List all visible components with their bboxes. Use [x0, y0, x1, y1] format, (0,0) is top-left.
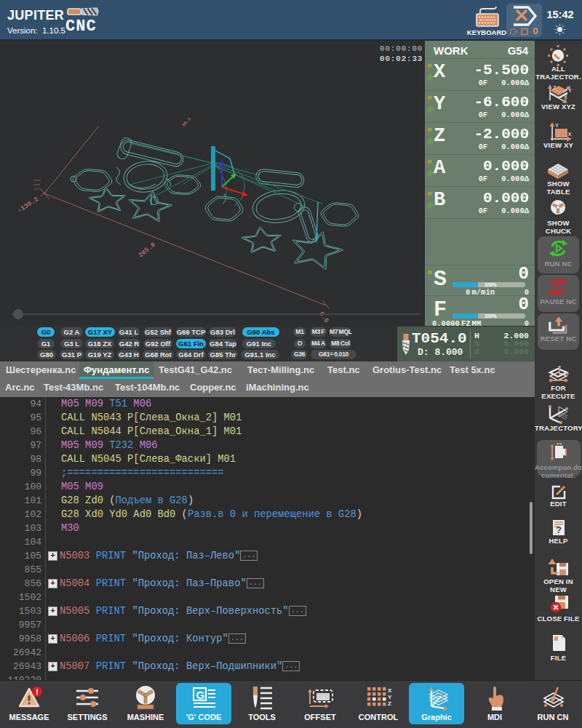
- svg-text:Y: Y: [388, 694, 392, 700]
- svg-text:G: G: [196, 689, 205, 701]
- svg-text:-139.2: -139.2: [16, 196, 40, 215]
- svg-text:X: X: [568, 131, 572, 137]
- svg-text:Z: Z: [388, 700, 391, 707]
- svg-text:6.6: 6.6: [317, 311, 330, 324]
- svg-text:265.8: 265.8: [137, 241, 157, 260]
- svg-text:³⁵: ³⁵: [34, 188, 39, 192]
- svg-text:?: ?: [556, 524, 562, 535]
- svg-text:Y: Y: [568, 88, 572, 93]
- svg-text:98.1: 98.1: [181, 116, 192, 128]
- svg-text:Y: Y: [555, 122, 559, 129]
- svg-text:X: X: [388, 687, 392, 694]
- svg-text:Z: Z: [553, 85, 557, 90]
- svg-text:X: X: [564, 95, 567, 100]
